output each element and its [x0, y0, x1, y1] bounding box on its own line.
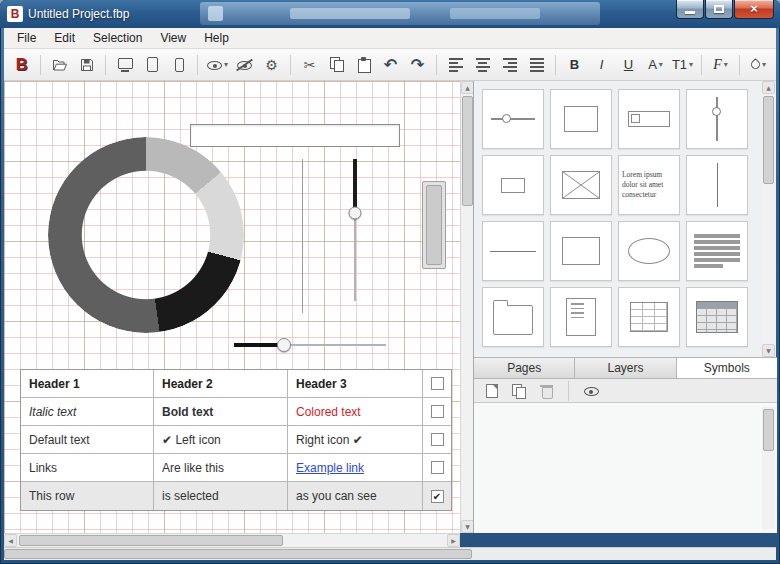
canvas-vertical-scrollbar[interactable]: ▲ ▼	[460, 81, 473, 533]
wireframe-vertical-slider[interactable]	[348, 159, 362, 301]
symbols-scrollbar[interactable]: ▲ ▼	[762, 81, 775, 357]
table-cell: This row	[21, 482, 154, 510]
undo-button[interactable]: ↶	[378, 53, 403, 77]
symbol-text-input[interactable]	[618, 89, 680, 149]
symbol-data-grid[interactable]	[686, 287, 748, 347]
toolbar-separator	[290, 55, 291, 75]
delete-page-button[interactable]	[537, 382, 555, 400]
symbol-slider-horizontal[interactable]	[482, 89, 544, 149]
design-canvas[interactable]: Header 1 Header 2 Header 3 Italic text B…	[4, 81, 460, 533]
checkbox[interactable]	[431, 433, 444, 446]
pages-scrollbar[interactable]	[762, 407, 775, 529]
settings-button[interactable]: ⚙	[259, 53, 284, 77]
paste-button[interactable]	[351, 53, 376, 77]
duplicate-page-button[interactable]	[510, 382, 528, 400]
scroll-up-icon[interactable]: ▲	[762, 81, 775, 94]
canvas-horizontal-scrollbar[interactable]: ◀ ▶	[4, 533, 460, 547]
wireframe-table[interactable]: Header 1 Header 2 Header 3 Italic text B…	[20, 369, 452, 511]
align-left-icon	[449, 58, 463, 72]
text-size-button[interactable]: T1▾	[670, 53, 695, 77]
table-header-cell: Header 2	[154, 370, 288, 398]
scrollbar-thumb[interactable]	[763, 96, 774, 184]
font-color-button[interactable]: A▾	[643, 53, 668, 77]
hide-preview-button[interactable]	[232, 53, 257, 77]
symbol-button-small[interactable]	[482, 155, 544, 215]
new-page-button[interactable]	[483, 382, 501, 400]
tab-layers[interactable]: Layers	[575, 358, 676, 378]
wireframe-text-input[interactable]	[190, 124, 400, 147]
scroll-left-icon[interactable]: ◀	[4, 534, 17, 547]
symbol-rectangle[interactable]	[550, 221, 612, 281]
checkbox-checked[interactable]: ✔	[431, 490, 444, 503]
symbol-image-placeholder[interactable]	[550, 155, 612, 215]
symbol-text-block[interactable]: Lorem ipsum dolor sit amet consectetur	[618, 155, 680, 215]
wireframe-scrollbar[interactable]	[422, 181, 446, 269]
scrollbar-thumb[interactable]	[19, 535, 283, 546]
save-button[interactable]	[74, 53, 99, 77]
symbol-line-horizontal[interactable]	[482, 221, 544, 281]
align-justify-button[interactable]	[524, 53, 549, 77]
app-horizontal-scrollbar[interactable]	[4, 547, 776, 560]
maximize-button[interactable]	[705, 0, 733, 19]
wireframe-horizontal-slider[interactable]	[234, 338, 386, 352]
panel-tabs: Pages Layers Symbols	[474, 357, 777, 379]
hslider-handle[interactable]	[277, 338, 291, 352]
symbol-list-box[interactable]	[550, 287, 612, 347]
cut-button[interactable]: ✂	[297, 53, 322, 77]
symbol-table[interactable]	[618, 287, 680, 347]
symbol-ellipse[interactable]	[618, 221, 680, 281]
wireframe-vertical-line[interactable]	[302, 159, 303, 313]
copy-button[interactable]	[324, 53, 349, 77]
menu-help[interactable]: Help	[195, 28, 238, 48]
italic-button[interactable]: I	[589, 53, 614, 77]
donut-chart[interactable]	[48, 137, 244, 333]
table-cell: Colored text	[288, 398, 423, 426]
checkbox[interactable]	[431, 377, 444, 390]
menu-selection[interactable]: Selection	[84, 28, 151, 48]
titlebar[interactable]: B Untitled Project.fbp ×	[0, 0, 780, 28]
redo-icon: ↷	[411, 57, 424, 73]
symbol-button[interactable]	[550, 89, 612, 149]
fill-color-button[interactable]: ▾	[746, 53, 771, 77]
underline-button[interactable]: U	[616, 53, 641, 77]
align-center-button[interactable]	[470, 53, 495, 77]
phone-view-button[interactable]	[166, 53, 191, 77]
menu-file[interactable]: File	[8, 28, 45, 48]
table-cell: is selected	[154, 482, 288, 510]
checkbox[interactable]	[431, 405, 444, 418]
checkbox[interactable]	[431, 461, 444, 474]
vslider-fill	[353, 159, 357, 213]
toolbar-separator	[40, 55, 41, 75]
scrollbar-thumb[interactable]	[4, 549, 472, 559]
tab-symbols[interactable]: Symbols	[677, 358, 777, 378]
scissors-icon: ✂	[304, 58, 316, 72]
symbol-window[interactable]	[482, 287, 544, 347]
bold-button[interactable]: B	[562, 53, 587, 77]
pages-list[interactable]	[474, 403, 777, 533]
align-right-button[interactable]	[497, 53, 522, 77]
preview-button[interactable]: ▾	[204, 53, 230, 77]
symbol-line-vertical[interactable]	[686, 155, 748, 215]
scroll-down-icon[interactable]: ▼	[762, 344, 775, 357]
example-link[interactable]: Example link	[296, 461, 364, 475]
scroll-right-icon[interactable]: ▶	[447, 534, 460, 547]
vslider-handle[interactable]	[349, 206, 362, 219]
menu-edit[interactable]: Edit	[45, 28, 84, 48]
tablet-view-button[interactable]	[139, 53, 164, 77]
font-button[interactable]: F▾	[708, 53, 733, 77]
minimize-button[interactable]	[676, 0, 704, 19]
symbol-paragraph[interactable]	[686, 221, 748, 281]
symbols-palette: Lorem ipsum dolor sit amet consectetur	[482, 89, 748, 347]
table-cell: as you can see	[288, 482, 423, 510]
redo-button[interactable]: ↷	[405, 53, 430, 77]
menu-view[interactable]: View	[151, 28, 195, 48]
symbol-slider-vertical[interactable]	[686, 89, 748, 149]
open-button[interactable]	[47, 53, 72, 77]
toggle-visibility-button[interactable]	[582, 382, 600, 400]
scrollbar-thumb[interactable]	[763, 409, 774, 451]
align-left-button[interactable]	[443, 53, 468, 77]
desktop-view-button[interactable]	[112, 53, 137, 77]
tab-pages[interactable]: Pages	[474, 358, 575, 378]
close-button[interactable]: ×	[734, 0, 774, 19]
scrollbar-thumb[interactable]	[462, 96, 473, 206]
